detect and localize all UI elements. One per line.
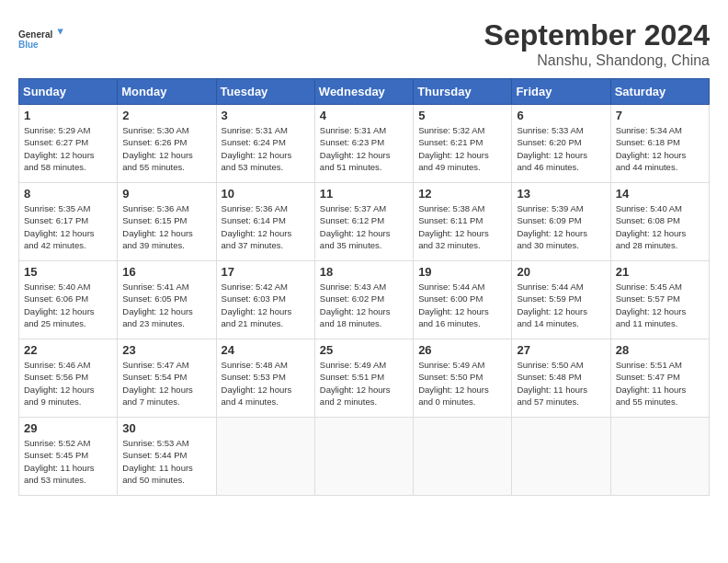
page-title: September 2024 (484, 18, 710, 52)
day-11: 11Sunrise: 5:37 AMSunset: 6:12 PMDayligh… (314, 183, 413, 261)
day-9: 9Sunrise: 5:36 AMSunset: 6:15 PMDaylight… (118, 183, 216, 261)
day-5: 5Sunrise: 5:32 AMSunset: 6:21 PMDaylight… (414, 105, 512, 183)
day-24: 24Sunrise: 5:48 AMSunset: 5:53 PMDayligh… (216, 339, 314, 418)
header: General Blue September 2024 Nanshu, Shan… (18, 18, 710, 69)
day-1: 1Sunrise: 5:29 AMSunset: 6:27 PMDaylight… (19, 105, 118, 183)
day-4: 4Sunrise: 5:31 AMSunset: 6:23 PMDaylight… (314, 105, 413, 183)
day-6: 6Sunrise: 5:33 AMSunset: 6:20 PMDaylight… (512, 105, 610, 183)
svg-marker-2 (58, 29, 63, 35)
day-7: 7Sunrise: 5:34 AMSunset: 6:18 PMDaylight… (610, 105, 709, 183)
page-subtitle: Nanshu, Shandong, China (484, 52, 710, 69)
day-20: 20Sunrise: 5:44 AMSunset: 5:59 PMDayligh… (512, 261, 610, 339)
col-wednesday: Wednesday (314, 79, 413, 105)
calendar-header-row: Sunday Monday Tuesday Wednesday Thursday… (19, 79, 710, 105)
svg-text:General: General (18, 29, 52, 40)
day-21: 21Sunrise: 5:45 AMSunset: 5:57 PMDayligh… (610, 261, 709, 339)
day-13: 13Sunrise: 5:39 AMSunset: 6:09 PMDayligh… (512, 183, 610, 261)
day-19: 19Sunrise: 5:44 AMSunset: 6:00 PMDayligh… (414, 261, 512, 339)
day-empty (314, 418, 413, 496)
svg-text:Blue: Blue (18, 40, 39, 50)
day-empty (216, 418, 314, 496)
day-30: 30Sunrise: 5:53 AMSunset: 5:44 PMDayligh… (118, 418, 216, 496)
day-14: 14Sunrise: 5:40 AMSunset: 6:08 PMDayligh… (610, 183, 709, 261)
day-29: 29Sunrise: 5:52 AMSunset: 5:45 PMDayligh… (19, 418, 118, 496)
day-23: 23Sunrise: 5:47 AMSunset: 5:54 PMDayligh… (118, 339, 216, 418)
day-empty (512, 418, 610, 496)
day-3: 3Sunrise: 5:31 AMSunset: 6:24 PMDaylight… (216, 105, 314, 183)
day-26: 26Sunrise: 5:49 AMSunset: 5:50 PMDayligh… (414, 339, 512, 418)
calendar-table: Sunday Monday Tuesday Wednesday Thursday… (18, 78, 710, 496)
day-27: 27Sunrise: 5:50 AMSunset: 5:48 PMDayligh… (512, 339, 610, 418)
day-10: 10Sunrise: 5:36 AMSunset: 6:14 PMDayligh… (216, 183, 314, 261)
day-12: 12Sunrise: 5:38 AMSunset: 6:11 PMDayligh… (414, 183, 512, 261)
day-empty (414, 418, 512, 496)
col-sunday: Sunday (19, 79, 118, 105)
day-25: 25Sunrise: 5:49 AMSunset: 5:51 PMDayligh… (314, 339, 413, 418)
week-row-3: 15Sunrise: 5:40 AMSunset: 6:06 PMDayligh… (19, 261, 710, 339)
day-28: 28Sunrise: 5:51 AMSunset: 5:47 PMDayligh… (610, 339, 709, 418)
col-tuesday: Tuesday (216, 79, 314, 105)
day-22: 22Sunrise: 5:46 AMSunset: 5:56 PMDayligh… (19, 339, 118, 418)
col-monday: Monday (118, 79, 216, 105)
day-15: 15Sunrise: 5:40 AMSunset: 6:06 PMDayligh… (19, 261, 118, 339)
logo-svg: General Blue (18, 18, 64, 60)
week-row-4: 22Sunrise: 5:46 AMSunset: 5:56 PMDayligh… (19, 339, 710, 418)
week-row-5: 29Sunrise: 5:52 AMSunset: 5:45 PMDayligh… (19, 418, 710, 496)
col-friday: Friday (512, 79, 610, 105)
logo: General Blue (18, 18, 64, 60)
week-row-1: 1Sunrise: 5:29 AMSunset: 6:27 PMDaylight… (19, 105, 710, 183)
day-8: 8Sunrise: 5:35 AMSunset: 6:17 PMDaylight… (19, 183, 118, 261)
day-17: 17Sunrise: 5:42 AMSunset: 6:03 PMDayligh… (216, 261, 314, 339)
day-18: 18Sunrise: 5:43 AMSunset: 6:02 PMDayligh… (314, 261, 413, 339)
week-row-2: 8Sunrise: 5:35 AMSunset: 6:17 PMDaylight… (19, 183, 710, 261)
col-thursday: Thursday (414, 79, 512, 105)
day-2: 2Sunrise: 5:30 AMSunset: 6:26 PMDaylight… (118, 105, 216, 183)
day-16: 16Sunrise: 5:41 AMSunset: 6:05 PMDayligh… (118, 261, 216, 339)
col-saturday: Saturday (610, 79, 709, 105)
day-empty (610, 418, 709, 496)
title-area: September 2024 Nanshu, Shandong, China (484, 18, 710, 69)
